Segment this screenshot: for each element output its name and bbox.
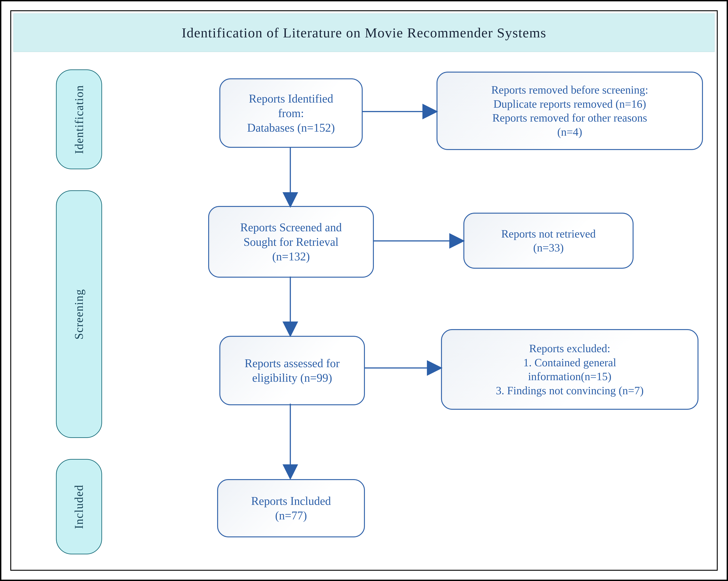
box-identified-line3: Databases (n=152): [247, 121, 335, 135]
stage-pill-screening: Screening: [56, 190, 102, 438]
box-identified-line1: Reports Identified: [247, 91, 335, 106]
box-identified-line2: from:: [247, 106, 335, 121]
box-excluded-line3: information(n=15): [496, 370, 644, 383]
title-text: Identification of Literature on Movie Re…: [182, 25, 546, 41]
box-excluded: Reports excluded: 1. Contained general i…: [441, 329, 698, 410]
stage-label-identification: Identification: [73, 85, 86, 154]
box-included: Reports Included (n=77): [217, 479, 365, 537]
box-screened-line2: Sought for Retrieval: [240, 235, 342, 249]
box-not-retrieved-line2: (n=33): [501, 241, 596, 255]
box-removed-line2: Duplicate reports removed (n=16): [491, 97, 648, 111]
box-excluded-line1: Reports excluded:: [496, 342, 644, 356]
stage-label-included: Included: [73, 484, 86, 529]
stage-label-screening: Screening: [73, 289, 86, 339]
box-removed-line3: Reports removed for other reasons: [491, 111, 648, 125]
box-screened-line1: Reports Screened and: [240, 220, 342, 235]
box-excluded-line2: 1. Contained general: [496, 356, 644, 370]
box-screened-line3: (n=132): [240, 249, 342, 264]
stage-pill-included: Included: [56, 459, 102, 554]
box-removed-line4: (n=4): [491, 125, 648, 139]
box-not-retrieved-line1: Reports not retrieved: [501, 227, 596, 241]
box-included-line1: Reports Included: [251, 494, 331, 508]
box-removed-before: Reports removed before screening: Duplic…: [437, 72, 703, 150]
stage-pill-identification: Identification: [56, 69, 102, 169]
box-removed-line1: Reports removed before screening:: [491, 83, 648, 97]
box-assessed-line1: Reports assessed for: [245, 356, 340, 371]
box-excluded-line4: 3. Findings not convincing (n=7): [496, 383, 644, 398]
box-included-line2: (n=77): [251, 508, 331, 523]
box-assessed-line2: eligibility (n=99): [245, 371, 340, 385]
page-frame-outer: Identification of Literature on Movie Re…: [0, 0, 728, 581]
box-screened: Reports Screened and Sought for Retrieva…: [208, 206, 374, 278]
page-frame-inner: Identification of Literature on Movie Re…: [10, 10, 718, 571]
box-identified: Reports Identified from: Databases (n=15…: [219, 78, 363, 148]
title-bar: Identification of Literature on Movie Re…: [14, 14, 714, 52]
box-not-retrieved: Reports not retrieved (n=33): [463, 213, 633, 269]
box-assessed: Reports assessed for eligibility (n=99): [219, 336, 365, 405]
